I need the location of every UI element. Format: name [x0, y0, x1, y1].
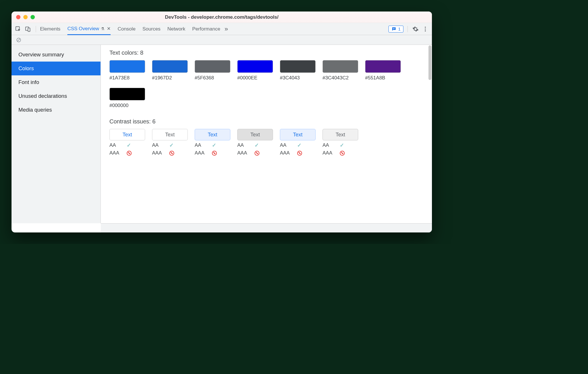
drawer-bar[interactable]: [101, 223, 432, 232]
text-colors-grid: #1A73E8#1967D2#5F6368#0000EE#3C4043#3C40…: [109, 60, 423, 108]
color-hex-label: #3C4043: [280, 75, 316, 81]
flask-icon: ⚗: [101, 26, 105, 31]
color-swatch[interactable]: #3C4043C2: [323, 60, 358, 81]
color-chip: [323, 60, 358, 73]
contrast-item[interactable]: TextAA✓AAA: [195, 129, 230, 156]
separator: [407, 26, 408, 32]
device-toggle-icon[interactable]: [24, 25, 32, 33]
color-swatch[interactable]: #000000: [109, 88, 145, 108]
color-chip: [152, 60, 188, 73]
color-hex-label: #0000EE: [237, 75, 273, 81]
text-colors-heading: Text colors: 8: [109, 49, 423, 56]
sidebar: Overview summaryColorsFont infoUnused de…: [12, 45, 101, 223]
color-swatch[interactable]: #5F6368: [195, 60, 230, 81]
sidebar-item-media-queries[interactable]: Media queries: [12, 103, 100, 117]
aa-label: AA: [323, 142, 335, 148]
sidebar-item-font-info[interactable]: Font info: [12, 75, 100, 89]
separator: [36, 26, 36, 32]
aaa-label: AAA: [237, 150, 249, 156]
clear-icon[interactable]: [15, 36, 22, 44]
fail-icon: [297, 151, 302, 156]
fail-icon: [127, 151, 132, 156]
body: Overview summaryColorsFont infoUnused de…: [12, 45, 432, 223]
color-chip: [280, 60, 316, 73]
contrast-sample: Text: [109, 129, 145, 140]
messages-count: 1: [398, 26, 401, 31]
aa-label: AA: [237, 142, 249, 148]
contrast-item[interactable]: TextAA✓AAA: [152, 129, 188, 156]
more-tabs-icon[interactable]: »: [223, 25, 230, 33]
aa-label: AA: [195, 142, 207, 148]
tab-console[interactable]: Console: [117, 23, 135, 35]
color-swatch[interactable]: #0000EE: [237, 60, 273, 81]
tab-elements[interactable]: Elements: [40, 23, 60, 35]
color-hex-label: #551A8B: [365, 75, 401, 81]
tab-network[interactable]: Network: [167, 23, 185, 35]
contrast-sample: Text: [323, 129, 358, 140]
svg-point-7: [425, 30, 426, 31]
color-chip: [109, 60, 145, 73]
contrast-item[interactable]: TextAA✓AAA: [280, 129, 316, 156]
color-hex-label: #1A73E8: [109, 75, 145, 81]
subbar: [12, 35, 432, 45]
sidebar-item-overview-summary[interactable]: Overview summary: [12, 48, 100, 62]
aaa-label: AAA: [195, 150, 207, 156]
tabbar: ElementsCSS Overview⚗✕ConsoleSourcesNetw…: [12, 23, 432, 35]
tab-css-overview[interactable]: CSS Overview⚗✕: [67, 23, 111, 35]
color-hex-label: #3C4043C2: [323, 75, 358, 81]
messages-chip[interactable]: 1: [388, 26, 403, 33]
check-icon: ✓: [297, 142, 301, 148]
fail-icon: [255, 151, 259, 156]
check-icon: ✓: [169, 142, 174, 148]
gear-icon[interactable]: [412, 25, 419, 33]
kebab-icon[interactable]: [422, 25, 429, 33]
aa-label: AA: [109, 142, 122, 148]
svg-rect-3: [393, 28, 395, 28]
sidebar-item-unused-declarations[interactable]: Unused declarations: [12, 89, 100, 103]
tab-performance[interactable]: Performance: [192, 23, 220, 35]
scrollbar-thumb[interactable]: [428, 45, 431, 80]
contrast-sample: Text: [280, 129, 316, 140]
aaa-label: AAA: [152, 150, 164, 156]
svg-line-9: [17, 39, 20, 41]
fail-icon: [340, 151, 345, 156]
inspect-icon[interactable]: [14, 25, 22, 33]
color-swatch[interactable]: #1A73E8: [109, 60, 145, 81]
color-chip: [365, 60, 401, 73]
svg-rect-2: [28, 28, 30, 31]
tab-sources[interactable]: Sources: [143, 23, 160, 35]
aaa-label: AAA: [280, 150, 292, 156]
close-tab-icon[interactable]: ✕: [107, 26, 111, 31]
color-hex-label: #000000: [109, 103, 145, 108]
color-hex-label: #1967D2: [152, 75, 188, 81]
check-icon: ✓: [340, 142, 344, 148]
contrast-heading: Contrast issues: 6: [109, 118, 423, 125]
contrast-item[interactable]: TextAA✓AAA: [237, 129, 273, 156]
aaa-label: AAA: [323, 150, 335, 156]
color-swatch[interactable]: #551A8B: [365, 60, 401, 81]
window-title: DevTools - developer.chrome.com/tags/dev…: [12, 14, 432, 20]
svg-point-6: [425, 28, 426, 30]
svg-rect-4: [393, 29, 394, 29]
aa-label: AA: [152, 142, 164, 148]
svg-point-5: [425, 26, 426, 28]
color-chip: [195, 60, 230, 73]
titlebar: DevTools - developer.chrome.com/tags/dev…: [12, 12, 432, 23]
contrast-sample: Text: [237, 129, 273, 140]
contrast-sample: Text: [152, 129, 188, 140]
check-icon: ✓: [212, 142, 216, 148]
main-panel: Text colors: 8 #1A73E8#1967D2#5F6368#000…: [101, 45, 432, 223]
color-hex-label: #5F6368: [195, 75, 230, 81]
color-chip: [237, 60, 273, 73]
devtools-window: DevTools - developer.chrome.com/tags/dev…: [12, 12, 432, 232]
aa-label: AA: [280, 142, 292, 148]
color-swatch[interactable]: #3C4043: [280, 60, 316, 81]
fail-icon: [169, 151, 174, 156]
check-icon: ✓: [255, 142, 259, 148]
sidebar-item-colors[interactable]: Colors: [12, 62, 100, 75]
contrast-item[interactable]: TextAA✓AAA: [323, 129, 358, 156]
aaa-label: AAA: [109, 150, 122, 156]
color-swatch[interactable]: #1967D2: [152, 60, 188, 81]
contrast-item[interactable]: TextAA✓AAA: [109, 129, 145, 156]
color-chip: [109, 88, 145, 100]
